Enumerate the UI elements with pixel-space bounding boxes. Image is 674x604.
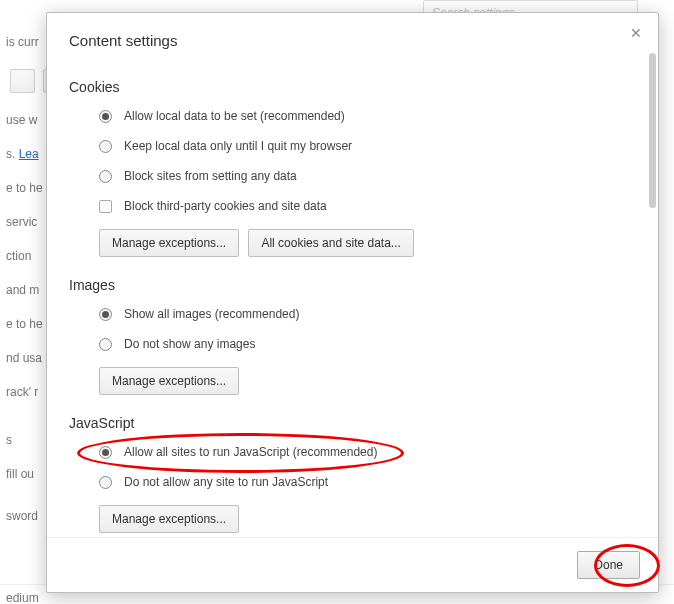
- cookies-buttons: Manage exceptions... All cookies and sit…: [69, 229, 636, 257]
- manage-exceptions-button[interactable]: Manage exceptions...: [99, 367, 239, 395]
- images-option-donotshow[interactable]: Do not show any images: [69, 337, 636, 351]
- option-label: Block sites from setting any data: [124, 169, 297, 183]
- cookies-option-block[interactable]: Block sites from setting any data: [69, 169, 636, 183]
- section-images: Images Show all images (recommended) Do …: [69, 277, 636, 395]
- radio-icon[interactable]: [99, 338, 112, 351]
- radio-icon[interactable]: [99, 308, 112, 321]
- section-cookies: Cookies Allow local data to be set (reco…: [69, 79, 636, 257]
- dialog-footer: Done: [47, 537, 658, 592]
- option-label: Do not show any images: [124, 337, 255, 351]
- javascript-buttons: Manage exceptions...: [69, 505, 636, 533]
- checkbox-icon[interactable]: [99, 200, 112, 213]
- dialog-body: Cookies Allow local data to be set (reco…: [47, 49, 658, 537]
- javascript-option-allow[interactable]: Allow all sites to run JavaScript (recom…: [69, 445, 636, 459]
- section-title-cookies: Cookies: [69, 79, 636, 95]
- section-javascript: JavaScript Allow all sites to run JavaSc…: [69, 415, 636, 533]
- option-label: Show all images (recommended): [124, 307, 299, 321]
- radio-icon[interactable]: [99, 170, 112, 183]
- content-settings-dialog: ✕ Content settings Cookies Allow local d…: [46, 12, 659, 593]
- option-label: Allow local data to be set (recommended): [124, 109, 345, 123]
- radio-icon[interactable]: [99, 140, 112, 153]
- close-icon[interactable]: ✕: [628, 25, 644, 41]
- option-label: Do not allow any site to run JavaScript: [124, 475, 328, 489]
- manage-exceptions-button[interactable]: Manage exceptions...: [99, 229, 239, 257]
- manage-exceptions-button[interactable]: Manage exceptions...: [99, 505, 239, 533]
- dialog-header: Content settings: [47, 13, 658, 49]
- radio-icon[interactable]: [99, 476, 112, 489]
- cookies-block-thirdparty[interactable]: Block third-party cookies and site data: [69, 199, 636, 213]
- section-title-images: Images: [69, 277, 636, 293]
- radio-icon[interactable]: [99, 446, 112, 459]
- section-title-javascript: JavaScript: [69, 415, 636, 431]
- cookies-option-keepuntilquit[interactable]: Keep local data only until I quit my bro…: [69, 139, 636, 153]
- images-option-showall[interactable]: Show all images (recommended): [69, 307, 636, 321]
- dialog-title: Content settings: [69, 32, 636, 49]
- javascript-option-block[interactable]: Do not allow any site to run JavaScript: [69, 475, 636, 489]
- scrollbar-thumb[interactable]: [649, 53, 656, 208]
- cookies-option-allow[interactable]: Allow local data to be set (recommended): [69, 109, 636, 123]
- all-cookies-button[interactable]: All cookies and site data...: [248, 229, 413, 257]
- option-label: Allow all sites to run JavaScript (recom…: [124, 445, 377, 459]
- images-buttons: Manage exceptions...: [69, 367, 636, 395]
- option-label: Keep local data only until I quit my bro…: [124, 139, 352, 153]
- radio-icon[interactable]: [99, 110, 112, 123]
- done-button[interactable]: Done: [577, 551, 640, 579]
- option-label: Block third-party cookies and site data: [124, 199, 327, 213]
